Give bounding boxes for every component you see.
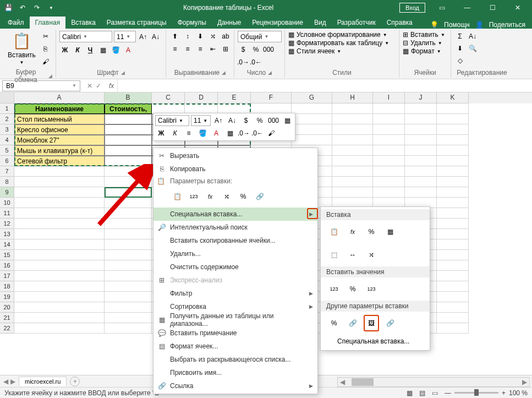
paste-values-icon[interactable]: 123 — [187, 189, 201, 204]
comma-icon[interactable]: 000 — [263, 44, 274, 55]
mini-format-painter-icon[interactable]: 🖌 — [265, 128, 277, 139]
cell[interactable] — [105, 302, 152, 313]
minimize-button[interactable]: — — [455, 0, 479, 15]
sub-paste-special-dialog[interactable]: Специальная вставка... — [321, 335, 430, 348]
cell[interactable] — [437, 219, 469, 229]
sub-picture-icon[interactable]: 🖼 — [364, 315, 379, 331]
cell[interactable] — [437, 323, 469, 334]
fill-color-icon[interactable]: 🪣 — [110, 45, 121, 56]
cell[interactable] — [14, 313, 105, 323]
paste-transpose-icon[interactable]: ⤭ — [220, 189, 234, 204]
view-layout-icon[interactable]: ▤ — [419, 389, 425, 397]
cell[interactable] — [437, 135, 469, 145]
cell[interactable] — [437, 229, 469, 239]
italic-button[interactable]: К — [72, 45, 83, 56]
align-top-icon[interactable]: ⬆ — [169, 31, 180, 42]
row-header[interactable]: 8 — [0, 177, 14, 187]
grow-font-icon[interactable]: A↑ — [138, 31, 149, 42]
ctx-define-name[interactable]: Присвоить имя... — [153, 366, 317, 379]
row-header[interactable]: 15 — [0, 250, 14, 260]
mini-percent-icon[interactable]: % — [254, 115, 266, 126]
cell[interactable] — [437, 302, 469, 313]
align-center-icon[interactable]: ≡ — [182, 43, 193, 54]
cell[interactable] — [105, 229, 152, 239]
enter-formula-icon[interactable]: ✓ — [96, 82, 101, 90]
align-middle-icon[interactable]: ↕ — [182, 31, 193, 42]
cell[interactable] — [105, 135, 152, 145]
row-header[interactable]: 18 — [0, 281, 14, 292]
align-left-icon[interactable]: ≡ — [169, 43, 180, 54]
tab-разметка страницы[interactable]: Разметка страницы — [101, 17, 172, 29]
copy-icon[interactable]: ⎘ — [40, 43, 51, 54]
row-header[interactable]: 11 — [0, 208, 14, 219]
align-bottom-icon[interactable]: ⬇ — [195, 31, 206, 42]
cell[interactable] — [405, 156, 437, 166]
sub-values-icon[interactable]: 123 — [326, 281, 342, 297]
mini-italic-button[interactable]: К — [169, 128, 181, 139]
tell-me-label[interactable]: Помощн — [444, 21, 470, 29]
new-sheet-button[interactable]: + — [70, 377, 80, 386]
sub-values-fmt-icon[interactable]: 123 — [364, 281, 379, 297]
dialog-launcher-icon[interactable]: ◢ — [222, 70, 226, 75]
orientation-icon[interactable]: ⤭ — [207, 31, 218, 42]
merge-icon[interactable]: ⊞ — [220, 43, 231, 54]
cell[interactable]: Кресло офисное — [14, 124, 105, 135]
sub-linked-picture-icon[interactable]: 🔗 — [382, 315, 398, 331]
cell[interactable] — [332, 166, 373, 177]
horizontal-scrollbar[interactable]: ◀▶ — [337, 377, 530, 387]
clear-icon[interactable]: ◇ — [454, 55, 465, 66]
maximize-button[interactable]: ☐ — [480, 0, 504, 15]
cell[interactable] — [292, 135, 332, 145]
column-header[interactable]: J — [405, 92, 437, 103]
cell[interactable] — [14, 260, 105, 271]
cell[interactable] — [105, 313, 152, 323]
font-name-combo[interactable]: Calibri▼ — [59, 31, 112, 42]
mini-bold-button[interactable]: Ж — [155, 128, 167, 139]
cell[interactable] — [437, 292, 469, 302]
cell[interactable] — [437, 166, 469, 177]
row-header[interactable]: 12 — [0, 219, 14, 229]
cell[interactable] — [332, 103, 373, 114]
mini-comma-icon[interactable]: 000 — [267, 115, 279, 126]
share-button[interactable]: Поделиться — [489, 21, 525, 29]
cell[interactable] — [14, 281, 105, 292]
mini-inc-decimal-icon[interactable]: .0→ — [238, 128, 250, 139]
cell[interactable] — [405, 124, 437, 135]
cell[interactable] — [332, 177, 373, 187]
column-header[interactable]: K — [437, 92, 469, 103]
cell[interactable] — [373, 145, 405, 156]
column-header[interactable]: B — [105, 92, 152, 103]
cell[interactable] — [437, 124, 469, 135]
wrap-text-icon[interactable]: ab — [220, 31, 231, 42]
cell[interactable] — [332, 187, 373, 198]
cell[interactable] — [405, 103, 437, 114]
cell[interactable] — [105, 323, 152, 334]
ctx-clear[interactable]: Очистить содержимое — [153, 260, 317, 274]
cell[interactable] — [292, 103, 332, 114]
cell[interactable] — [105, 292, 152, 302]
sub-paste-source-fmt-icon[interactable]: ▦ — [382, 223, 398, 240]
ctx-sort[interactable]: Сортировка▶ — [153, 300, 317, 313]
sign-in-button[interactable]: Вход — [399, 3, 425, 13]
decrease-decimal-icon[interactable]: .0← — [250, 57, 261, 68]
row-header[interactable]: 14 — [0, 239, 14, 250]
tab-рецензирование[interactable]: Рецензирование — [246, 17, 309, 29]
sheet-prev-icon[interactable]: ◀ — [3, 378, 8, 385]
cell[interactable] — [332, 145, 373, 156]
paste-formatting-icon[interactable]: % — [236, 189, 250, 204]
tab-формулы[interactable]: Формулы — [172, 17, 212, 29]
tab-данные[interactable]: Данные — [212, 17, 246, 29]
mini-borders-icon[interactable]: ▦ — [281, 115, 293, 126]
name-box[interactable]: B9▼ — [2, 80, 80, 91]
tab-файл[interactable]: Файл — [2, 17, 30, 29]
paste-formulas-icon[interactable]: fx — [203, 189, 217, 204]
zoom-value[interactable]: 100 % — [509, 389, 528, 397]
mini-align-icon[interactable]: ≡ — [183, 128, 195, 139]
cell[interactable] — [437, 271, 469, 281]
cell[interactable] — [14, 302, 105, 313]
row-header[interactable]: 16 — [0, 260, 14, 271]
mini-dec-decimal-icon[interactable]: .0← — [251, 128, 264, 139]
fx-icon[interactable]: fx — [106, 82, 117, 90]
cell[interactable] — [437, 250, 469, 260]
redo-icon[interactable]: ↷ — [31, 2, 43, 14]
